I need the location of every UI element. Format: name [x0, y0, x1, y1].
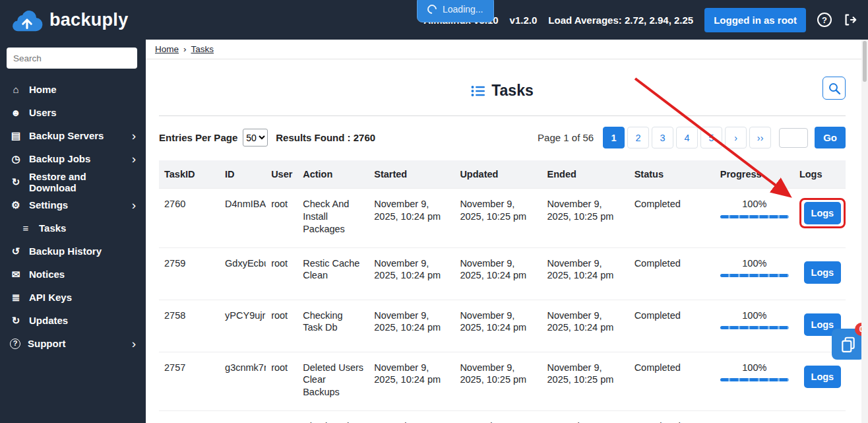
cell-id: GdxyEcbu [220, 247, 266, 300]
cell-updated: November 9, 2025, 10:24 pm [454, 247, 542, 300]
column-header-started: Started [369, 160, 454, 189]
cell-updated: November 8, 2025, 10:25 pm [454, 411, 542, 423]
progress-bar [720, 215, 789, 218]
sidebar-item-notices[interactable]: ✉ Notices [0, 263, 146, 286]
cell-started: November 9, 2025, 10:24 pm [369, 247, 454, 300]
progress-value: 100% [720, 198, 789, 211]
sidebar-item-home[interactable]: ⌂ Home [0, 78, 146, 101]
cell-user: root [266, 247, 297, 300]
logs-button[interactable]: Logs [804, 366, 841, 388]
history-icon: ↺ [10, 245, 22, 257]
pagination-button-5[interactable]: 5 [700, 127, 722, 148]
cell-ended: November 8, 2025, 10:25 pm [542, 411, 629, 423]
clipboard-widget[interactable]: 0 [832, 329, 865, 360]
task-table-body: 2760 D4nmIBAA root Check And Install Pac… [159, 189, 846, 423]
column-header-status: Status [629, 160, 715, 189]
cell-action: Check And Install [297, 411, 369, 423]
cell-user: root [266, 300, 297, 352]
sidebar-item-label: Support [28, 338, 66, 349]
cell-ended: November 9, 2025, 10:24 pm [542, 300, 629, 352]
cell-started: November 8, 2025, 10:24 pm [369, 411, 454, 423]
brand[interactable]: backuply [0, 7, 128, 32]
cell-status: Completed [629, 411, 715, 423]
sidebar-item-label: Backup Jobs [29, 153, 90, 164]
content: Tasks Entries Per Page 50 Results Found … [146, 59, 868, 423]
sidebar-item-label: Users [29, 107, 57, 118]
pagination-button-3[interactable]: 3 [652, 127, 673, 148]
cell-progress: 100% [715, 189, 794, 248]
cell-ended: November 9, 2025, 10:25 pm [542, 352, 629, 411]
sidebar-search-input[interactable] [7, 48, 137, 69]
table-row: 2757 g3cnmk7r root Deleted Users Clear B… [159, 352, 846, 411]
table-row: 2760 D4nmIBAA root Check And Install Pac… [159, 189, 846, 248]
entries-per-page-select[interactable]: 50 [243, 129, 268, 146]
scrollbar-thumb[interactable] [863, 41, 867, 82]
cell-user: root [266, 189, 297, 248]
sidebar-item-label: Home [29, 84, 57, 95]
help-icon[interactable]: ? [817, 13, 832, 27]
sidebar-item-label: API Keys [29, 292, 72, 303]
tasks-list-icon: ≡ [20, 222, 32, 234]
logs-highlight-frame: Logs [799, 198, 846, 228]
go-button[interactable]: Go [815, 127, 846, 148]
cell-taskid: 2758 [159, 300, 220, 352]
pagination-button-6[interactable]: › [725, 127, 747, 148]
cell-logs: Logs [794, 189, 846, 248]
cell-taskid: 2759 [159, 247, 220, 300]
sidebar-item-api-keys[interactable]: ≣ API Keys [0, 286, 146, 309]
pager: Page 1 of 56 12345››› Go [538, 127, 846, 148]
loading-text: Loading... [443, 4, 483, 15]
logged-in-button[interactable]: Logged in as root [704, 8, 806, 32]
scrollbar[interactable] [861, 40, 868, 423]
pagination-button-4[interactable]: 4 [676, 127, 698, 148]
progress-value: 100% [720, 420, 789, 423]
sidebar-item-label: Notices [29, 269, 65, 280]
sidebar-item-backup-jobs[interactable]: ◷ Backup Jobs › [0, 147, 146, 170]
breadcrumb-home-link[interactable]: Home [155, 44, 179, 54]
table-search-button[interactable] [822, 77, 846, 100]
home-icon: ⌂ [10, 84, 22, 95]
chevron-right-icon: › [132, 337, 136, 351]
spinner-icon [425, 3, 439, 16]
main-area: Home › Tasks Tasks Entries Per Page [146, 40, 868, 423]
sidebar-item-support[interactable]: ? Support › [0, 332, 146, 355]
cell-progress: 100% [715, 352, 794, 411]
sidebar-item-users[interactable]: ☻ Users [0, 101, 146, 124]
column-header-id: ID [220, 160, 266, 189]
sidebar-item-label: Restore and Download [29, 171, 136, 193]
cell-progress: 100% [715, 411, 794, 423]
logs-button[interactable]: Logs [804, 202, 841, 224]
column-header-user: User [266, 160, 297, 189]
title-divider [159, 115, 846, 116]
entries-per-page-label: Entries Per Page [159, 132, 237, 143]
load-averages-label: Load Averages: 2.72, 2.94, 2.25 [548, 15, 693, 26]
cell-id: yPCY9ujr [220, 300, 266, 352]
sidebar-item-restore-and-download[interactable]: ↻ Restore and Download [0, 170, 146, 193]
pagination: 12345››› [603, 127, 771, 148]
cell-logs: Logs [794, 411, 846, 423]
cell-ended: November 9, 2025, 10:24 pm [542, 247, 629, 300]
cell-taskid: 2756 [159, 411, 220, 423]
sidebar-item-updates[interactable]: ↻ Updates [0, 309, 146, 332]
pagination-button-7[interactable]: ›› [749, 127, 771, 148]
sidebar-item-tasks[interactable]: ≡ Tasks [0, 216, 146, 240]
logs-highlight-frame: Logs [799, 257, 846, 288]
page-number-input[interactable] [779, 128, 808, 148]
cell-started: November 9, 2025, 10:24 pm [369, 300, 454, 352]
search-icon [828, 82, 841, 95]
progress-value: 100% [720, 257, 789, 270]
sidebar-menu: ⌂ Home ☻ Users ▤ Backup Servers › ◷ Back… [0, 78, 146, 355]
cell-taskid: 2760 [159, 189, 220, 248]
cell-started: November 9, 2025, 10:24 pm [369, 352, 454, 411]
cell-logs: Logs [794, 352, 846, 411]
sidebar-item-backup-servers[interactable]: ▤ Backup Servers › [0, 124, 146, 147]
sidebar-item-settings[interactable]: ⚙ Settings › [0, 193, 146, 216]
table-row: 2758 yPCY9ujr root Checking Task Db Nove… [159, 300, 846, 352]
backuply-logo-icon [11, 7, 44, 32]
pagination-button-1[interactable]: 1 [603, 127, 625, 148]
logout-icon[interactable] [843, 13, 857, 27]
pagination-button-2[interactable]: 2 [627, 127, 649, 148]
sidebar-item-backup-history[interactable]: ↺ Backup History [0, 240, 146, 263]
breadcrumb-tasks-link[interactable]: Tasks [191, 44, 214, 54]
logs-button[interactable]: Logs [804, 261, 841, 284]
